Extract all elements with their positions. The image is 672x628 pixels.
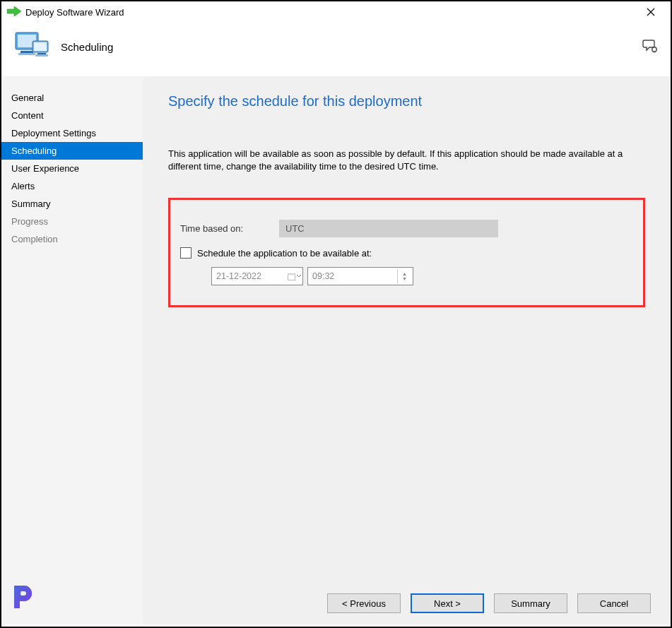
- schedule-available-label: Schedule the application to be available…: [197, 248, 372, 259]
- page-title: Scheduling: [61, 41, 642, 53]
- sidebar-item-completion[interactable]: Completion: [1, 230, 143, 248]
- chevron-down-icon: [297, 274, 301, 278]
- sidebar-item-user-experience[interactable]: User Experience: [1, 160, 143, 177]
- next-button[interactable]: Next >: [411, 593, 484, 613]
- description-text: This application will be available as so…: [168, 148, 645, 172]
- available-time-input[interactable]: 09:32 ▲ ▼: [307, 267, 413, 285]
- svg-rect-4: [20, 51, 33, 53]
- header-band: Scheduling: [1, 23, 671, 76]
- available-date-value: 21-12-2022: [216, 271, 261, 281]
- main-panel: Specify the schedule for this deployment…: [143, 76, 671, 624]
- brand-logo: [10, 581, 41, 615]
- time-spinner[interactable]: ▲ ▼: [397, 269, 411, 283]
- titlebar: Deploy Software Wizard: [1, 1, 671, 23]
- chevron-up-icon: ▲: [402, 271, 407, 276]
- sidebar-item-scheduling[interactable]: Scheduling: [1, 142, 143, 160]
- sidebar-item-deployment-settings[interactable]: Deployment Settings: [1, 124, 143, 142]
- sidebar: GeneralContentDeployment SettingsSchedul…: [1, 76, 143, 624]
- svg-rect-5: [18, 53, 35, 55]
- previous-button[interactable]: < Previous: [327, 593, 401, 613]
- svg-point-10: [652, 47, 656, 52]
- sidebar-item-alerts[interactable]: Alerts: [1, 177, 143, 195]
- wizard-button-bar: < Previous Next > Summary Cancel: [327, 593, 651, 613]
- computer-icon: [14, 30, 49, 64]
- summary-button[interactable]: Summary: [494, 593, 567, 613]
- chevron-down-icon: ▼: [402, 276, 407, 281]
- svg-rect-9: [35, 54, 48, 57]
- sidebar-item-summary[interactable]: Summary: [1, 195, 143, 213]
- cancel-button[interactable]: Cancel: [577, 593, 651, 613]
- sidebar-item-content[interactable]: Content: [1, 107, 143, 124]
- sidebar-item-general[interactable]: General: [1, 89, 143, 107]
- feedback-icon[interactable]: [642, 38, 658, 56]
- close-icon: [647, 8, 655, 16]
- svg-rect-7: [34, 42, 47, 51]
- time-based-value: UTC: [285, 223, 305, 234]
- time-based-select[interactable]: UTC: [279, 220, 498, 237]
- main-heading: Specify the schedule for this deployment: [168, 93, 645, 109]
- close-button[interactable]: [637, 2, 665, 22]
- window-title: Deploy Software Wizard: [25, 7, 637, 18]
- calendar-icon: [287, 269, 301, 283]
- schedule-available-checkbox[interactable]: [180, 247, 191, 259]
- svg-rect-8: [37, 53, 46, 54]
- time-based-label: Time based on:: [180, 223, 279, 234]
- highlight-box: Time based on: UTC Schedule the applicat…: [168, 198, 645, 307]
- available-date-input[interactable]: 21-12-2022: [211, 267, 303, 285]
- available-time-value: 09:32: [312, 271, 334, 281]
- content-area: GeneralContentDeployment SettingsSchedul…: [1, 76, 671, 624]
- svg-rect-13: [288, 273, 295, 275]
- sidebar-item-progress[interactable]: Progress: [1, 213, 143, 230]
- wizard-arrow-icon: [7, 6, 21, 18]
